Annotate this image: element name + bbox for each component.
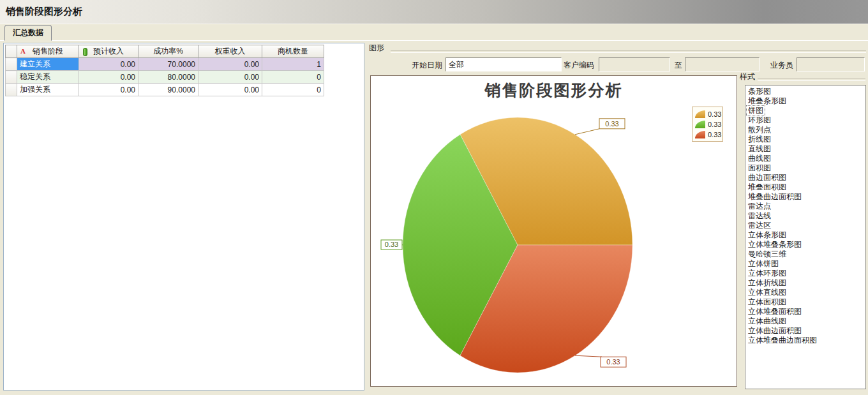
start-date-label: 开始日期 [410,60,442,71]
style-list-item[interactable]: 堆叠条形图 [747,96,788,106]
pie-callout-label: 0.33 [606,358,620,366]
salesman-label: 业务员 [770,60,796,71]
legend-entry: 0.33 [695,130,721,140]
sales-stage-grid-panel: A 销售阶段 预计收入 成功率% 权重收入 商机数量 建立关系0.0070.00… [3,43,364,391]
window-title-bar: 销售阶段图形分析 [0,0,868,24]
callout-leader-line [575,355,602,357]
style-list-item[interactable]: 环形图 [747,116,772,125]
tab-strip: 汇总数据 [0,25,868,41]
table-cell[interactable]: 80.0000 [138,71,198,84]
legend-swatch-icon [695,110,705,118]
page-title: 销售阶段图形分析 [6,6,82,18]
table-row[interactable]: 稳定关系0.0080.00000.000 [6,71,324,84]
table-cell[interactable]: 0.00 [198,71,262,84]
table-header-row: A 销售阶段 预计收入 成功率% 权重收入 商机数量 [6,45,324,58]
customer-code-label: 客户编码 [564,60,597,71]
callout-leader-line [575,129,599,135]
legend-entry: 0.33 [695,119,721,130]
customer-code-input[interactable] [599,57,670,71]
style-list-item[interactable]: 直线图 [747,144,772,154]
chart-area: 销售阶段图形分析 0.330.330.33 0.330.330.33 [370,75,737,387]
column-header-opportunity-count[interactable]: 商机数量 [262,45,324,58]
style-list-item[interactable]: 立体环形图 [747,269,788,278]
table-cell[interactable]: 0.00 [79,71,138,84]
pie-callout-label: 0.33 [385,241,398,248]
style-list-item[interactable]: 曲边面积图 [747,173,788,183]
table-cell[interactable]: 0.00 [79,58,138,71]
style-list-item[interactable]: 雷达点 [747,202,772,211]
style-list-item[interactable]: 面积图 [747,163,772,173]
legend-value: 0.33 [708,121,721,128]
style-group-line [758,78,865,81]
text-field-icon: A [20,47,26,56]
sales-stage-table: A 销售阶段 预计收入 成功率% 权重收入 商机数量 建立关系0.0070.00… [5,45,324,96]
table-cell[interactable]: 0.00 [198,84,262,96]
style-list-item[interactable]: 雷达区 [747,221,772,230]
graphics-group-label: 图形 [369,43,384,54]
table-cell[interactable]: 1 [262,58,324,71]
style-list-item[interactable]: 立体曲边面积图 [747,326,803,336]
table-cell[interactable]: 建立关系 [17,58,79,71]
legend-swatch-icon [695,121,705,128]
row-indicator-cell[interactable] [6,58,17,71]
style-list-item[interactable]: 散列点 [747,125,772,135]
style-list-item[interactable]: 立体曲线图 [747,317,788,326]
style-group-label: 样式 [740,71,755,82]
style-list-item[interactable]: 堆叠面积图 [747,183,788,192]
row-indicator-header[interactable] [6,45,17,58]
column-header-weighted-revenue[interactable]: 权重收入 [198,45,262,58]
table-row[interactable]: 加强关系0.0090.00000.000 [6,84,324,96]
style-list-item[interactable]: 立体直线图 [747,288,788,297]
table-cell[interactable]: 稳定关系 [17,71,79,84]
table-cell[interactable]: 0 [262,71,324,84]
table-cell[interactable]: 0 [262,84,324,96]
table-cell[interactable]: 0.00 [198,58,262,71]
chart-legend: 0.330.330.33 [692,107,723,142]
salesman-input[interactable] [797,57,865,71]
style-list-item[interactable]: 折线图 [747,135,772,144]
stage-table-body: 建立关系0.0070.00000.001稳定关系0.0080.00000.000… [6,58,324,96]
style-list-item[interactable]: 饼图 [747,106,765,116]
style-list-item[interactable]: 堆叠曲边面积图 [747,192,803,202]
numeric-field-icon [83,48,87,56]
start-date-input[interactable]: 全部 [445,57,562,71]
customer-code-to-input[interactable] [685,57,760,71]
tab-summary-data[interactable]: 汇总数据 [4,25,52,41]
style-list-item[interactable]: 曼哈顿三维 [747,250,788,259]
column-header-stage[interactable]: A 销售阶段 [17,45,79,58]
style-list-item[interactable]: 雷达线 [747,211,772,221]
table-cell[interactable]: 70.0000 [138,58,198,71]
table-cell[interactable]: 0.00 [79,84,138,96]
to-label: 至 [675,60,684,71]
style-list-item[interactable]: 立体堆叠面积图 [747,307,803,317]
graphics-group-line [391,50,866,53]
legend-entry: 0.33 [695,109,721,119]
pie-svg: 0.330.330.33 [371,76,737,386]
table-row[interactable]: 建立关系0.0070.00000.001 [6,58,324,71]
style-list-item[interactable]: 曲线图 [747,154,772,163]
style-list-item[interactable]: 立体折线图 [747,278,788,288]
column-header-expected-revenue[interactable]: 预计收入 [79,45,138,58]
style-list[interactable]: 条形图堆叠条形图饼图环形图散列点折线图直线图曲线图面积图曲边面积图堆叠面积图堆叠… [745,85,866,389]
style-list-item[interactable]: 立体堆叠条形图 [747,240,803,250]
row-indicator-cell[interactable] [6,84,17,96]
table-cell[interactable]: 加强关系 [17,84,79,96]
pie-callout-label: 0.33 [605,120,618,128]
row-indicator-cell[interactable] [6,71,17,84]
legend-swatch-icon [695,131,705,138]
style-list-item[interactable]: 立体饼图 [747,259,780,269]
style-list-item[interactable]: 条形图 [747,87,772,96]
column-header-success-rate[interactable]: 成功率% [138,45,198,58]
style-list-item[interactable]: 立体面积图 [747,297,788,307]
legend-value: 0.33 [708,110,721,118]
style-list-item[interactable]: 立体堆叠曲边面积图 [747,336,818,345]
style-list-item[interactable]: 立体条形图 [747,230,788,240]
table-cell[interactable]: 90.0000 [138,84,198,96]
legend-value: 0.33 [708,131,721,138]
